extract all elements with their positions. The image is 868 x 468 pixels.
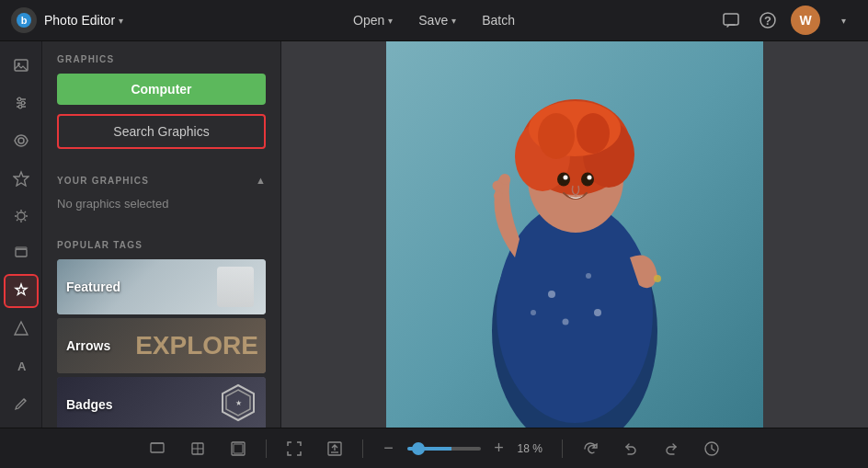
graphics-section-title: GRAPHICS bbox=[57, 54, 266, 64]
svg-point-50 bbox=[548, 291, 555, 298]
app-title[interactable]: Photo Editor ▾ bbox=[44, 13, 123, 28]
chat-icon[interactable] bbox=[717, 6, 745, 34]
layout-toolbar-icon[interactable] bbox=[225, 436, 251, 462]
tag-grid: Featured EXPLORE Arrows ★ Badges Inf bbox=[57, 259, 266, 428]
svg-rect-25 bbox=[16, 247, 27, 249]
sidebar-item-shapes[interactable] bbox=[4, 312, 39, 346]
svg-point-46 bbox=[557, 173, 570, 187]
your-graphics-header: YOUR GRAPHICS ▲ bbox=[42, 166, 280, 191]
graphics-section: GRAPHICS Computer Search Graphics bbox=[42, 41, 280, 158]
search-graphics-button[interactable]: Search Graphics bbox=[57, 114, 266, 149]
separator-3 bbox=[562, 439, 563, 458]
svg-marker-26 bbox=[15, 322, 28, 335]
sidebar-item-effects[interactable] bbox=[4, 199, 39, 233]
svg-marker-14 bbox=[14, 172, 29, 186]
title-chevron: ▾ bbox=[119, 16, 123, 26]
zoom-controls: − + 18 % bbox=[378, 438, 547, 460]
no-graphics-label: No graphics selected bbox=[42, 191, 280, 223]
svg-rect-24 bbox=[16, 249, 27, 257]
redo-toolbar-icon[interactable] bbox=[658, 436, 684, 462]
separator-1 bbox=[266, 439, 267, 458]
user-avatar[interactable]: W bbox=[791, 6, 820, 35]
tag-label-badges: Badges bbox=[66, 397, 113, 412]
tag-label-arrows: Arrows bbox=[66, 338, 110, 353]
svg-point-48 bbox=[564, 176, 568, 180]
svg-point-11 bbox=[21, 101, 25, 105]
sidebar-item-view[interactable] bbox=[4, 124, 39, 158]
svg-rect-2 bbox=[724, 14, 738, 25]
svg-point-52 bbox=[563, 319, 569, 325]
tag-item-badges[interactable]: ★ Badges bbox=[57, 377, 266, 428]
svg-line-21 bbox=[24, 219, 26, 221]
tag-label-featured: Featured bbox=[66, 280, 120, 294]
svg-text:b: b bbox=[21, 15, 28, 26]
svg-point-13 bbox=[18, 138, 24, 143]
svg-text:A: A bbox=[17, 360, 27, 373]
svg-point-51 bbox=[586, 273, 591, 279]
canvas-area bbox=[281, 41, 868, 428]
export-toolbar-icon[interactable] bbox=[322, 436, 348, 462]
your-graphics-collapse-icon[interactable]: ▲ bbox=[256, 175, 266, 186]
svg-point-49 bbox=[588, 176, 592, 180]
graphics-panel: GRAPHICS Computer Search Graphics YOUR G… bbox=[42, 41, 281, 428]
sidebar-item-layers[interactable] bbox=[4, 236, 39, 270]
svg-point-53 bbox=[594, 309, 601, 316]
svg-line-20 bbox=[17, 211, 18, 213]
logo[interactable]: b bbox=[11, 7, 37, 33]
svg-rect-59 bbox=[151, 443, 164, 452]
svg-rect-60 bbox=[151, 442, 164, 444]
help-icon[interactable]: ? bbox=[754, 6, 782, 34]
expand-toolbar-icon[interactable] bbox=[281, 436, 307, 462]
svg-line-22 bbox=[24, 211, 26, 213]
popular-tags-title: POPULAR TAGS bbox=[57, 240, 266, 250]
svg-point-37 bbox=[497, 202, 653, 423]
computer-button[interactable]: Computer bbox=[57, 74, 266, 105]
layers-toolbar-icon[interactable] bbox=[144, 436, 170, 462]
zoom-out-button[interactable]: − bbox=[378, 438, 400, 460]
your-graphics-title: YOUR GRAPHICS bbox=[57, 176, 149, 186]
zoom-percent-label: 18 % bbox=[518, 442, 547, 455]
tag-item-featured[interactable]: Featured bbox=[57, 259, 266, 314]
topbar-right: ? W ▾ bbox=[717, 6, 857, 35]
svg-point-55 bbox=[654, 275, 661, 282]
refresh-toolbar-icon[interactable] bbox=[577, 436, 603, 462]
sidebar-item-adjustments[interactable] bbox=[4, 86, 39, 120]
svg-line-23 bbox=[17, 219, 18, 221]
svg-text:★: ★ bbox=[235, 399, 242, 407]
svg-rect-65 bbox=[234, 444, 243, 453]
svg-point-12 bbox=[18, 105, 22, 108]
svg-text:?: ? bbox=[764, 14, 771, 28]
popular-tags-section: POPULAR TAGS Featured EXPLORE Arrows bbox=[42, 231, 280, 428]
sidebar-item-graphics[interactable] bbox=[4, 274, 39, 308]
history-toolbar-icon[interactable] bbox=[699, 436, 725, 462]
sidebar-item-image[interactable] bbox=[4, 49, 39, 83]
undo-toolbar-icon[interactable] bbox=[618, 436, 644, 462]
bottom-toolbar: − + 18 % bbox=[0, 428, 868, 468]
topbar-center-menu: Open ▾ Save ▾ Batch bbox=[342, 8, 526, 32]
sidebar-item-star[interactable] bbox=[4, 161, 39, 195]
tag-item-arrows[interactable]: EXPLORE Arrows bbox=[57, 318, 266, 373]
svg-point-45 bbox=[577, 113, 610, 154]
svg-point-58 bbox=[494, 191, 503, 200]
sidebar-item-text[interactable]: A bbox=[4, 348, 39, 382]
open-menu[interactable]: Open ▾ bbox=[342, 8, 404, 32]
zoom-slider[interactable] bbox=[407, 447, 481, 451]
zoom-in-button[interactable]: + bbox=[488, 438, 510, 460]
svg-point-44 bbox=[538, 113, 575, 159]
photo-canvas[interactable] bbox=[386, 41, 763, 428]
sidebar-item-draw[interactable] bbox=[4, 386, 39, 420]
crop-toolbar-icon[interactable] bbox=[185, 436, 211, 462]
svg-point-10 bbox=[17, 97, 21, 101]
svg-point-47 bbox=[581, 173, 594, 187]
topbar: b Photo Editor ▾ Open ▾ Save ▾ Batch ? W… bbox=[0, 0, 868, 41]
save-menu[interactable]: Save ▾ bbox=[407, 8, 467, 32]
avatar-chevron-icon[interactable]: ▾ bbox=[829, 6, 857, 34]
svg-point-57 bbox=[493, 181, 503, 191]
batch-menu[interactable]: Batch bbox=[471, 8, 526, 32]
icon-sidebar: A bbox=[0, 41, 42, 428]
svg-point-6 bbox=[17, 63, 20, 65]
separator-2 bbox=[362, 439, 363, 458]
main-area: A GRAPHICS Computer Search Graphics YOUR… bbox=[0, 41, 868, 428]
svg-point-15 bbox=[17, 212, 25, 220]
svg-point-54 bbox=[531, 310, 536, 315]
